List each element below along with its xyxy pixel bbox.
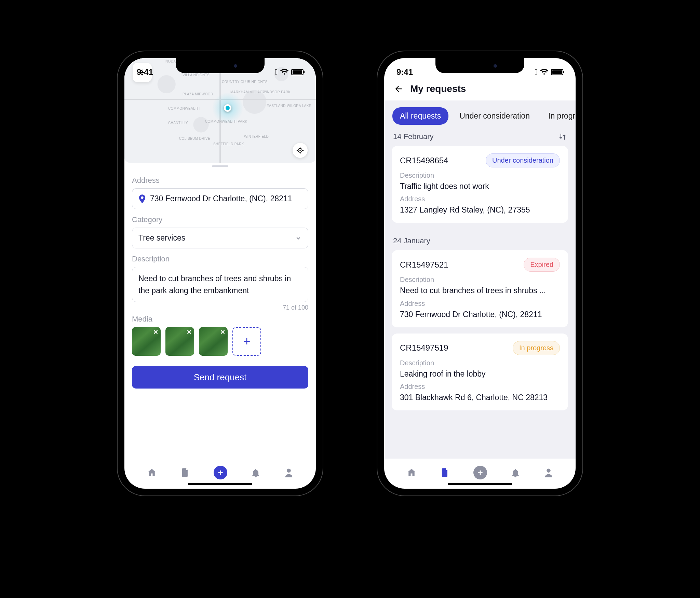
media-row: ✕✕✕+	[132, 327, 308, 356]
request-address: 301 Blackhawk Rd 6, Charlotte, NC 28213	[400, 392, 560, 403]
map-place-label: WINDSOR PARK	[262, 90, 291, 94]
header: My requests	[384, 80, 576, 100]
date-header: 24 January	[393, 236, 430, 245]
date-header: 14 February	[393, 132, 434, 141]
map-place-label: PLAZA MIDWOOD	[183, 92, 213, 96]
description-textarea[interactable]: Need to cut branches of trees and shrubs…	[132, 267, 308, 302]
category-select[interactable]: Tree services	[132, 228, 308, 248]
request-form: Address 730 Fernwood Dr Charlotte, (NC),…	[124, 168, 316, 459]
description-label: Description	[132, 255, 308, 263]
request-card[interactable]: CR15498654Under considerationDescription…	[392, 146, 568, 223]
status-time: 9:41	[396, 67, 413, 77]
map-place-label: COMMONWEALTH	[168, 107, 200, 110]
nav-profile[interactable]	[544, 467, 553, 478]
map-place-label: COUNTRY CLUB HEIGHTS	[222, 80, 268, 84]
request-description: Traffic light does not work	[400, 181, 560, 192]
address-label: Address	[132, 176, 308, 185]
request-description: Leaking roof in the lobby	[400, 368, 560, 379]
request-card[interactable]: CR15497519In progressDescriptionLeaking …	[392, 334, 568, 410]
home-indicator	[188, 483, 252, 485]
home-indicator	[448, 483, 512, 485]
svg-point-3	[547, 468, 551, 473]
nav-bell[interactable]	[251, 467, 260, 478]
phone-mock-my-requests: 9:41 􀙇 My requests All requestsUnder con…	[377, 51, 582, 495]
status-badge: Under consideration	[486, 153, 560, 167]
nav-document[interactable]	[440, 467, 450, 478]
nav-plus[interactable]: +	[473, 466, 487, 479]
media-thumbnail[interactable]: ✕	[199, 327, 228, 356]
locate-me-button[interactable]	[293, 143, 308, 158]
wifi-icon	[540, 69, 548, 75]
nav-plus[interactable]: +	[214, 466, 227, 479]
map-place-label: EASTLAND WILORA LAKE	[267, 104, 311, 108]
media-thumbnail[interactable]: ✕	[165, 327, 194, 356]
page-title: My requests	[410, 83, 466, 94]
status-badge: In progress	[513, 341, 560, 355]
signal-icon: 􀙇	[275, 68, 278, 77]
media-thumbnail[interactable]: ✕	[132, 327, 161, 356]
tab-all-requests[interactable]: All requests	[392, 107, 448, 125]
nav-home[interactable]	[147, 467, 157, 478]
sheet-handle[interactable]	[212, 165, 228, 167]
tab-under-consideration[interactable]: Under consideration	[452, 107, 537, 125]
remove-media-icon[interactable]: ✕	[185, 328, 193, 336]
signal-icon: 􀙇	[535, 68, 537, 77]
map-place-label: COLISEUM DRIVE	[179, 137, 210, 140]
phone-mock-create-request: NODAPLAZA-SHAMROCKVILLA HEIGHTSCOUNTRY C…	[118, 51, 323, 495]
request-address: 730 Fernwood Dr Charlotte, (NC), 28211	[400, 309, 560, 320]
battery-icon	[551, 69, 563, 75]
address-input[interactable]: 730 Fernwood Dr Charlotte, (NC), 28211	[132, 188, 308, 209]
request-card[interactable]: CR15497521ExpiredDescriptionNeed to cut …	[392, 250, 568, 327]
nav-document[interactable]	[180, 467, 190, 478]
svg-point-2	[287, 468, 291, 473]
battery-icon	[291, 69, 304, 75]
current-location-marker	[212, 93, 243, 123]
device-notch	[176, 58, 265, 73]
status-time: 9:41	[137, 67, 153, 77]
nav-home[interactable]	[406, 467, 417, 478]
nav-profile[interactable]	[284, 467, 294, 478]
nav-bell[interactable]	[511, 467, 520, 478]
map-pin-icon	[138, 194, 146, 203]
tab-in-progress[interactable]: In progress	[541, 107, 576, 125]
media-label: Media	[132, 315, 308, 324]
char-count: 71 of 100	[132, 304, 308, 311]
add-media-button[interactable]: +	[232, 327, 261, 356]
remove-media-icon[interactable]: ✕	[152, 328, 159, 336]
category-label: Category	[132, 215, 308, 224]
send-request-button[interactable]: Send request	[132, 366, 308, 389]
request-description: Need to cut branches of trees in shrubs …	[400, 285, 560, 296]
remove-media-icon[interactable]: ✕	[219, 328, 226, 336]
svg-point-1	[299, 150, 301, 151]
request-id: CR15497519	[400, 343, 448, 353]
sort-icon[interactable]	[558, 133, 567, 141]
map-place-label: WINTERFIELD	[244, 135, 269, 138]
request-address: 1327 Langley Rd Staley, (NC), 27355	[400, 204, 560, 215]
map-view[interactable]: NODAPLAZA-SHAMROCKVILLA HEIGHTSCOUNTRY C…	[124, 58, 316, 163]
back-button[interactable]	[394, 84, 403, 94]
map-place-label: CHANTILLY	[168, 121, 188, 125]
filter-tabs: All requestsUnder considerationIn progre…	[384, 107, 576, 125]
request-id: CR15498654	[400, 156, 448, 165]
map-place-label: SHEFFIELD PARK	[213, 142, 244, 146]
chevron-down-icon	[295, 235, 302, 242]
wifi-icon	[280, 69, 288, 75]
status-badge: Expired	[524, 258, 560, 272]
device-notch	[435, 58, 524, 73]
request-id: CR15497521	[400, 260, 448, 270]
requests-list[interactable]: All requestsUnder considerationIn progre…	[384, 100, 576, 459]
